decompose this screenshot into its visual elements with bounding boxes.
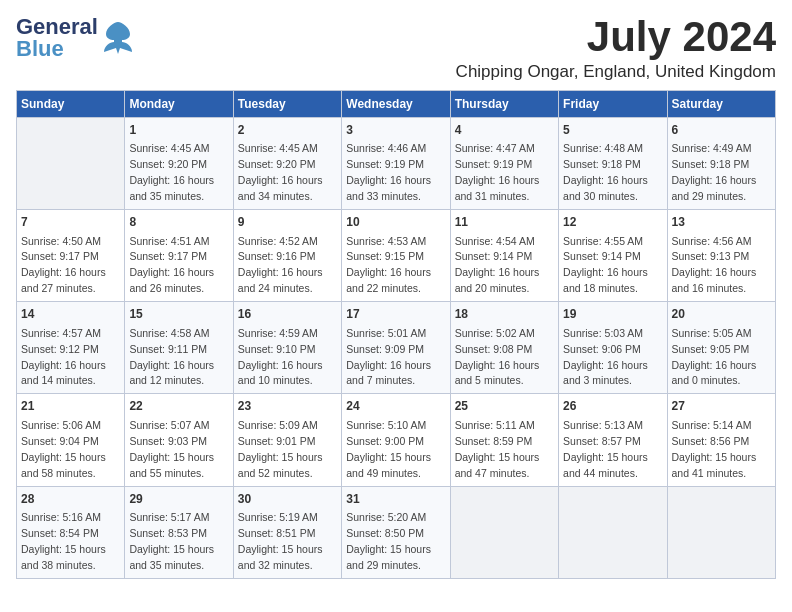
day-number: 17 [346,306,445,323]
day-info: Sunrise: 5:07 AM Sunset: 9:03 PM Dayligh… [129,419,214,479]
day-info: Sunrise: 4:54 AM Sunset: 9:14 PM Dayligh… [455,235,540,295]
day-number: 18 [455,306,554,323]
week-row-2: 7Sunrise: 4:50 AM Sunset: 9:17 PM Daylig… [17,210,776,302]
day-info: Sunrise: 4:52 AM Sunset: 9:16 PM Dayligh… [238,235,323,295]
calendar-cell: 28Sunrise: 5:16 AM Sunset: 8:54 PM Dayli… [17,486,125,578]
day-number: 21 [21,398,120,415]
day-number: 3 [346,122,445,139]
calendar-cell: 7Sunrise: 4:50 AM Sunset: 9:17 PM Daylig… [17,210,125,302]
day-number: 24 [346,398,445,415]
day-info: Sunrise: 5:06 AM Sunset: 9:04 PM Dayligh… [21,419,106,479]
day-info: Sunrise: 5:19 AM Sunset: 8:51 PM Dayligh… [238,511,323,571]
calendar-cell: 21Sunrise: 5:06 AM Sunset: 9:04 PM Dayli… [17,394,125,486]
day-info: Sunrise: 4:51 AM Sunset: 9:17 PM Dayligh… [129,235,214,295]
logo-bird-icon [102,20,134,56]
calendar-cell: 22Sunrise: 5:07 AM Sunset: 9:03 PM Dayli… [125,394,233,486]
day-number: 5 [563,122,662,139]
calendar-cell: 1Sunrise: 4:45 AM Sunset: 9:20 PM Daylig… [125,118,233,210]
day-number: 15 [129,306,228,323]
day-info: Sunrise: 4:49 AM Sunset: 9:18 PM Dayligh… [672,142,757,202]
calendar-cell: 10Sunrise: 4:53 AM Sunset: 9:15 PM Dayli… [342,210,450,302]
day-number: 23 [238,398,337,415]
calendar-cell: 6Sunrise: 4:49 AM Sunset: 9:18 PM Daylig… [667,118,775,210]
day-number: 14 [21,306,120,323]
calendar-cell: 14Sunrise: 4:57 AM Sunset: 9:12 PM Dayli… [17,302,125,394]
day-info: Sunrise: 4:47 AM Sunset: 9:19 PM Dayligh… [455,142,540,202]
header-saturday: Saturday [667,91,775,118]
day-number: 1 [129,122,228,139]
calendar-cell [450,486,558,578]
day-number: 7 [21,214,120,231]
day-number: 27 [672,398,771,415]
week-row-5: 28Sunrise: 5:16 AM Sunset: 8:54 PM Dayli… [17,486,776,578]
day-number: 26 [563,398,662,415]
day-info: Sunrise: 5:01 AM Sunset: 9:09 PM Dayligh… [346,327,431,387]
location-subtitle: Chipping Ongar, England, United Kingdom [456,62,776,82]
week-row-1: 1Sunrise: 4:45 AM Sunset: 9:20 PM Daylig… [17,118,776,210]
day-number: 22 [129,398,228,415]
header-tuesday: Tuesday [233,91,341,118]
calendar-cell: 25Sunrise: 5:11 AM Sunset: 8:59 PM Dayli… [450,394,558,486]
day-info: Sunrise: 5:16 AM Sunset: 8:54 PM Dayligh… [21,511,106,571]
day-number: 20 [672,306,771,323]
day-info: Sunrise: 5:17 AM Sunset: 8:53 PM Dayligh… [129,511,214,571]
day-number: 8 [129,214,228,231]
day-number: 19 [563,306,662,323]
header-friday: Friday [559,91,667,118]
calendar-cell: 8Sunrise: 4:51 AM Sunset: 9:17 PM Daylig… [125,210,233,302]
calendar-cell: 12Sunrise: 4:55 AM Sunset: 9:14 PM Dayli… [559,210,667,302]
day-info: Sunrise: 4:46 AM Sunset: 9:19 PM Dayligh… [346,142,431,202]
day-number: 4 [455,122,554,139]
day-info: Sunrise: 5:11 AM Sunset: 8:59 PM Dayligh… [455,419,540,479]
day-info: Sunrise: 5:13 AM Sunset: 8:57 PM Dayligh… [563,419,648,479]
day-info: Sunrise: 4:56 AM Sunset: 9:13 PM Dayligh… [672,235,757,295]
logo-blue: Blue [16,38,98,60]
day-number: 6 [672,122,771,139]
calendar-cell [559,486,667,578]
calendar-cell [17,118,125,210]
page-header: General Blue July 2024 Chipping Ongar, E… [16,16,776,82]
day-number: 10 [346,214,445,231]
day-info: Sunrise: 5:02 AM Sunset: 9:08 PM Dayligh… [455,327,540,387]
calendar-cell: 30Sunrise: 5:19 AM Sunset: 8:51 PM Dayli… [233,486,341,578]
day-info: Sunrise: 4:45 AM Sunset: 9:20 PM Dayligh… [129,142,214,202]
day-info: Sunrise: 4:53 AM Sunset: 9:15 PM Dayligh… [346,235,431,295]
calendar-cell: 29Sunrise: 5:17 AM Sunset: 8:53 PM Dayli… [125,486,233,578]
calendar-cell: 17Sunrise: 5:01 AM Sunset: 9:09 PM Dayli… [342,302,450,394]
calendar-cell: 19Sunrise: 5:03 AM Sunset: 9:06 PM Dayli… [559,302,667,394]
day-info: Sunrise: 5:05 AM Sunset: 9:05 PM Dayligh… [672,327,757,387]
calendar-cell: 4Sunrise: 4:47 AM Sunset: 9:19 PM Daylig… [450,118,558,210]
header-sunday: Sunday [17,91,125,118]
day-number: 13 [672,214,771,231]
calendar-cell: 27Sunrise: 5:14 AM Sunset: 8:56 PM Dayli… [667,394,775,486]
calendar-cell: 5Sunrise: 4:48 AM Sunset: 9:18 PM Daylig… [559,118,667,210]
calendar-cell: 23Sunrise: 5:09 AM Sunset: 9:01 PM Dayli… [233,394,341,486]
day-number: 29 [129,491,228,508]
calendar-cell: 18Sunrise: 5:02 AM Sunset: 9:08 PM Dayli… [450,302,558,394]
day-number: 28 [21,491,120,508]
day-info: Sunrise: 5:20 AM Sunset: 8:50 PM Dayligh… [346,511,431,571]
title-block: July 2024 Chipping Ongar, England, Unite… [456,16,776,82]
day-number: 12 [563,214,662,231]
calendar-cell: 20Sunrise: 5:05 AM Sunset: 9:05 PM Dayli… [667,302,775,394]
calendar-cell: 3Sunrise: 4:46 AM Sunset: 9:19 PM Daylig… [342,118,450,210]
header-wednesday: Wednesday [342,91,450,118]
calendar-cell [667,486,775,578]
day-info: Sunrise: 5:09 AM Sunset: 9:01 PM Dayligh… [238,419,323,479]
week-row-3: 14Sunrise: 4:57 AM Sunset: 9:12 PM Dayli… [17,302,776,394]
day-number: 16 [238,306,337,323]
day-number: 11 [455,214,554,231]
day-number: 25 [455,398,554,415]
calendar-cell: 11Sunrise: 4:54 AM Sunset: 9:14 PM Dayli… [450,210,558,302]
day-info: Sunrise: 4:59 AM Sunset: 9:10 PM Dayligh… [238,327,323,387]
weekday-header-row: SundayMondayTuesdayWednesdayThursdayFrid… [17,91,776,118]
logo: General Blue [16,16,134,60]
day-info: Sunrise: 4:57 AM Sunset: 9:12 PM Dayligh… [21,327,106,387]
day-info: Sunrise: 5:10 AM Sunset: 9:00 PM Dayligh… [346,419,431,479]
calendar-cell: 2Sunrise: 4:45 AM Sunset: 9:20 PM Daylig… [233,118,341,210]
calendar-cell: 9Sunrise: 4:52 AM Sunset: 9:16 PM Daylig… [233,210,341,302]
month-year-title: July 2024 [456,16,776,58]
day-info: Sunrise: 5:03 AM Sunset: 9:06 PM Dayligh… [563,327,648,387]
calendar-cell: 31Sunrise: 5:20 AM Sunset: 8:50 PM Dayli… [342,486,450,578]
week-row-4: 21Sunrise: 5:06 AM Sunset: 9:04 PM Dayli… [17,394,776,486]
